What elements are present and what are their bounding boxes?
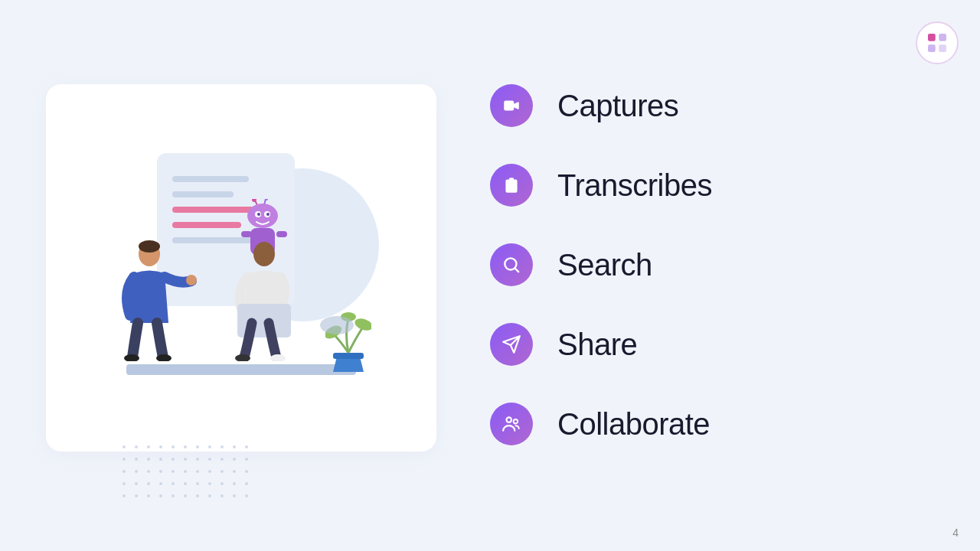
svg-point-12	[266, 213, 270, 216]
dot	[245, 445, 248, 448]
dot	[208, 482, 211, 485]
search-icon	[501, 255, 521, 275]
dot	[196, 470, 199, 473]
svg-rect-0	[928, 34, 936, 41]
doc-line-2	[172, 191, 234, 197]
dot	[184, 494, 187, 497]
dot	[135, 445, 138, 448]
share-icon-circle	[490, 323, 533, 366]
logo-circle	[916, 21, 959, 64]
dot	[159, 445, 162, 448]
dot	[208, 458, 211, 461]
dot	[172, 445, 175, 448]
dot	[220, 470, 224, 473]
dot	[184, 482, 187, 485]
svg-rect-3	[939, 44, 946, 52]
illustration	[80, 138, 402, 398]
feature-captures: Captures	[490, 84, 919, 127]
dot	[208, 445, 211, 448]
svg-point-31	[507, 417, 512, 422]
dot	[220, 458, 224, 461]
tactiq-logo-icon	[926, 31, 949, 54]
dot	[233, 445, 236, 448]
dot	[208, 494, 211, 497]
svg-rect-15	[276, 231, 287, 237]
dot	[233, 494, 236, 497]
collaborate-icon-circle	[490, 403, 533, 445]
dot	[147, 470, 150, 473]
dot	[159, 482, 162, 485]
dot	[159, 470, 162, 473]
video-icon	[501, 96, 521, 116]
dot	[135, 494, 138, 497]
dot	[122, 494, 126, 497]
person1	[119, 239, 203, 364]
dot	[220, 445, 224, 448]
dot	[147, 494, 150, 497]
illustration-card	[46, 84, 436, 452]
page-number: 4	[952, 527, 959, 539]
captures-icon-circle	[490, 84, 533, 127]
svg-rect-25	[333, 353, 364, 359]
svg-rect-14	[241, 231, 252, 237]
transcribes-label: Transcribes	[557, 168, 712, 203]
dot	[184, 445, 187, 448]
svg-point-18	[186, 275, 197, 285]
share-icon	[501, 334, 521, 354]
dot-pattern: // dots rendered below	[122, 445, 256, 505]
collaborate-label: Collaborate	[557, 407, 710, 442]
dot	[196, 445, 199, 448]
dot	[233, 470, 236, 473]
collaborate-icon	[501, 414, 521, 434]
dot	[135, 470, 138, 473]
dot	[245, 494, 248, 497]
svg-rect-1	[939, 34, 946, 41]
dot	[147, 482, 150, 485]
dot	[245, 482, 248, 485]
feature-transcribes: Transcribes	[490, 164, 919, 207]
captures-label: Captures	[557, 89, 678, 123]
decorative-oval	[318, 314, 356, 337]
search-icon-circle	[490, 243, 533, 286]
dot	[233, 482, 236, 485]
dot	[122, 470, 126, 473]
doc-line-1	[172, 176, 249, 182]
dot	[220, 482, 224, 485]
doc-line-4	[172, 222, 241, 228]
dot	[172, 482, 175, 485]
dot	[159, 494, 162, 497]
dot	[245, 458, 248, 461]
svg-point-21	[253, 242, 275, 266]
feature-collaborate: Collaborate	[490, 403, 919, 445]
dot	[122, 458, 126, 461]
dot	[172, 458, 175, 461]
dot	[159, 458, 162, 461]
dot	[147, 458, 150, 461]
dot	[233, 458, 236, 461]
svg-rect-2	[928, 44, 936, 52]
transcribes-icon-circle	[490, 164, 533, 207]
dot	[122, 482, 126, 485]
dot	[220, 494, 224, 497]
feature-search: Search	[490, 243, 919, 286]
dot	[196, 482, 199, 485]
dot	[172, 494, 175, 497]
dot	[245, 470, 248, 473]
svg-point-17	[139, 240, 160, 253]
search-label: Search	[557, 248, 652, 282]
dot	[184, 458, 187, 461]
dot	[172, 470, 175, 473]
dot	[122, 445, 126, 448]
share-label: Share	[557, 328, 637, 362]
dot	[196, 458, 199, 461]
svg-point-32	[514, 419, 518, 423]
document-icon	[501, 175, 521, 195]
dot	[135, 458, 138, 461]
desk	[126, 364, 356, 375]
dot	[147, 445, 150, 448]
svg-point-29	[320, 316, 354, 334]
dot	[208, 470, 211, 473]
dot	[196, 494, 199, 497]
svg-point-11	[257, 213, 260, 216]
dot	[184, 470, 187, 473]
